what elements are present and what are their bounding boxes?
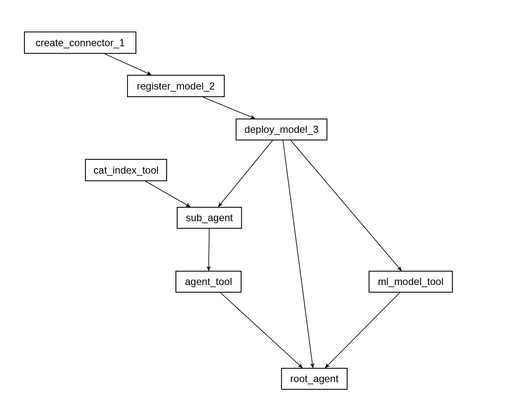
edge-deploy_model_3-to-root_agent	[283, 140, 313, 368]
edge-deploy_model_3-to-ml_model_tool	[291, 140, 401, 271]
edge-sub_agent-to-agent_tool	[209, 229, 209, 271]
edge-create_connector_1-to-register_model_2	[105, 54, 151, 75]
edges-layer	[0, 0, 518, 420]
node-register-model-2: register_model_2	[127, 75, 225, 97]
node-deploy-model-3: deploy_model_3	[236, 119, 327, 140]
node-agent-tool: agent_tool	[175, 271, 242, 293]
edge-agent_tool-to-root_agent	[220, 293, 303, 368]
edge-cat_index_tool-to-sub_agent	[146, 181, 190, 207]
edge-deploy_model_3-to-sub_agent	[218, 140, 273, 207]
node-ml-model-tool: ml_model_tool	[369, 271, 453, 293]
node-cat-index-tool: cat_index_tool	[85, 159, 167, 181]
node-root-agent: root_agent	[281, 368, 348, 390]
edge-register_model_2-to-deploy_model_3	[203, 97, 255, 119]
dependency-diagram: create_connector_1 register_model_2 depl…	[0, 0, 518, 420]
edge-ml_model_tool-to-root_agent	[325, 293, 400, 368]
node-create-connector-1: create_connector_1	[24, 32, 136, 54]
node-sub-agent: sub_agent	[177, 207, 242, 229]
